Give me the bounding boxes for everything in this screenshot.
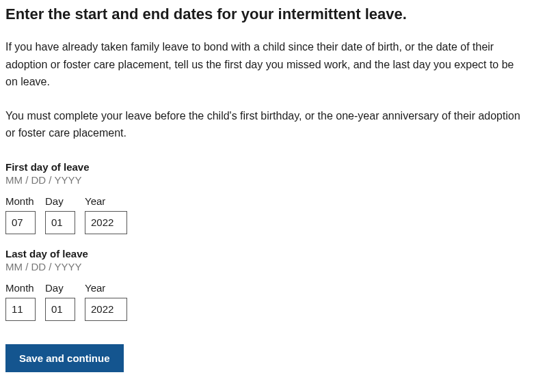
last-day-day-label: Day: [45, 282, 75, 294]
last-day-day-input[interactable]: [45, 298, 75, 321]
last-day-fieldset: Last day of leave MM / DD / YYYY Month D…: [5, 248, 529, 321]
first-day-date-row: Month Day Year: [5, 195, 529, 234]
last-day-year-label: Year: [85, 282, 127, 294]
first-day-year-input[interactable]: [85, 211, 127, 234]
first-day-year-field: Year: [85, 195, 127, 234]
first-day-year-label: Year: [85, 195, 127, 207]
last-day-year-input[interactable]: [85, 298, 127, 321]
first-day-hint: MM / DD / YYYY: [5, 174, 529, 186]
first-day-month-label: Month: [5, 195, 36, 207]
last-day-month-input[interactable]: [5, 298, 36, 321]
last-day-legend: Last day of leave: [5, 248, 529, 260]
last-day-date-row: Month Day Year: [5, 282, 529, 321]
note-text: You must complete your leave before the …: [5, 107, 529, 142]
first-day-month-input[interactable]: [5, 211, 36, 234]
last-day-month-label: Month: [5, 282, 36, 294]
last-day-day-field: Day: [45, 282, 75, 321]
first-day-legend: First day of leave: [5, 161, 529, 173]
page-heading: Enter the start and end dates for your i…: [5, 5, 529, 23]
first-day-month-field: Month: [5, 195, 36, 234]
first-day-fieldset: First day of leave MM / DD / YYYY Month …: [5, 161, 529, 234]
first-day-day-field: Day: [45, 195, 75, 234]
last-day-hint: MM / DD / YYYY: [5, 261, 529, 272]
last-day-year-field: Year: [85, 282, 127, 321]
save-and-continue-button[interactable]: Save and continue: [5, 344, 124, 372]
first-day-day-label: Day: [45, 195, 75, 207]
first-day-day-input[interactable]: [45, 211, 75, 234]
last-day-month-field: Month: [5, 282, 36, 321]
description-text: If you have already taken family leave t…: [5, 38, 529, 91]
